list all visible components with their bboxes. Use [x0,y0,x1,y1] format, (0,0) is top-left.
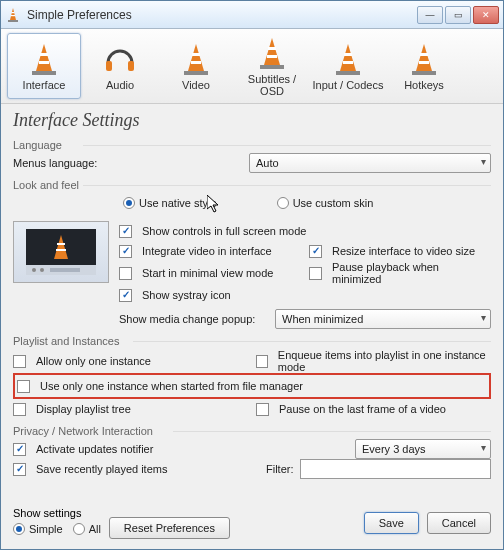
filter-label: Filter: [266,463,294,475]
svg-rect-28 [57,243,65,245]
maximize-button[interactable]: ▭ [445,6,471,24]
settings-content: Language Menus language: Auto Look and f… [1,133,503,501]
pause-minimized-checkbox[interactable] [309,267,322,280]
svg-rect-19 [344,53,352,56]
group-language: Language [13,139,491,151]
svg-rect-3 [8,20,18,22]
footer: Show settings Simple All Reset Preferenc… [1,501,503,549]
custom-skin-label: Use custom skin [293,197,374,209]
svg-marker-4 [36,44,52,71]
svg-rect-7 [32,71,56,75]
window-controls: — ▭ ✕ [417,6,499,24]
svg-rect-16 [267,55,277,58]
svg-rect-6 [39,61,49,64]
tab-interface[interactable]: Interface [7,33,81,99]
svg-rect-33 [50,268,80,272]
svg-rect-21 [336,71,360,75]
svg-rect-5 [40,53,48,56]
svg-marker-0 [10,8,16,20]
enqueue-checkbox[interactable] [256,355,268,368]
svg-rect-17 [260,65,284,69]
svg-marker-18 [340,44,356,71]
one-instance-fm-checkbox[interactable] [17,380,30,393]
group-look: Look and feel [13,179,491,191]
popup-select[interactable]: When minimized [275,309,491,329]
fullscreen-controls-checkbox[interactable] [119,225,132,238]
svg-rect-8 [106,61,112,71]
app-icon [5,7,21,23]
resize-interface-checkbox[interactable] [309,245,322,258]
headphones-icon [102,41,138,77]
custom-skin-radio[interactable] [277,197,289,209]
group-privacy: Privacy / Network Interaction [13,425,491,437]
group-playlist: Playlist and Instances [13,335,491,347]
svg-rect-20 [343,61,353,64]
titlebar: Simple Preferences — ▭ ✕ [1,1,503,29]
menus-language-select[interactable]: Auto [249,153,491,173]
all-radio[interactable] [73,523,85,535]
window-title: Simple Preferences [27,8,417,22]
one-instance-checkbox[interactable] [13,355,26,368]
tab-input-codecs[interactable]: Input / Codecs [311,33,385,99]
svg-rect-29 [56,249,66,251]
show-settings-label: Show settings [13,507,101,519]
systray-checkbox[interactable] [119,289,132,302]
menus-language-label: Menus language: [13,157,243,169]
svg-rect-23 [420,53,428,56]
svg-rect-11 [192,53,200,56]
svg-rect-12 [191,61,201,64]
svg-rect-9 [128,61,134,71]
svg-marker-22 [416,44,432,71]
svg-marker-10 [188,44,204,71]
save-recent-checkbox[interactable] [13,463,26,476]
popup-label: Show media change popup: [119,313,269,325]
cancel-button[interactable]: Cancel [427,512,491,534]
preview-thumbnail [13,221,109,283]
integrate-video-checkbox[interactable] [119,245,132,258]
updates-checkbox[interactable] [13,443,26,456]
svg-point-31 [32,268,36,272]
svg-rect-25 [412,71,436,75]
svg-rect-2 [11,15,15,16]
pause-last-frame-checkbox[interactable] [256,403,269,416]
minimal-view-checkbox[interactable] [119,267,132,280]
tab-video[interactable]: Video [159,33,233,99]
svg-rect-15 [268,47,276,50]
cone-icon [254,35,290,71]
filter-input[interactable] [300,459,492,479]
highlight-box: Use only one instance when started from … [13,373,491,399]
update-frequency-select[interactable]: Every 3 days [355,439,491,459]
tab-audio[interactable]: Audio [83,33,157,99]
save-button[interactable]: Save [364,512,419,534]
cone-icon [406,41,442,77]
native-style-radio[interactable] [123,197,135,209]
preferences-window: Simple Preferences — ▭ ✕ Interface Audio… [0,0,504,550]
playlist-tree-checkbox[interactable] [13,403,26,416]
cone-icon [26,41,62,77]
page-title: Interface Settings [1,104,503,133]
svg-marker-14 [264,38,280,65]
cone-icon [178,41,214,77]
svg-rect-13 [184,71,208,75]
minimize-button[interactable]: — [417,6,443,24]
svg-rect-24 [419,61,429,64]
tab-subtitles[interactable]: Subtitles / OSD [235,33,309,99]
native-style-label: Use native style [139,197,217,209]
svg-rect-1 [12,12,15,13]
tab-hotkeys[interactable]: Hotkeys [387,33,461,99]
reset-button[interactable]: Reset Preferences [109,517,230,539]
svg-point-32 [40,268,44,272]
simple-radio[interactable] [13,523,25,535]
close-button[interactable]: ✕ [473,6,499,24]
cone-icon [330,41,366,77]
category-toolbar: Interface Audio Video Subtitles / OSD In… [1,29,503,104]
